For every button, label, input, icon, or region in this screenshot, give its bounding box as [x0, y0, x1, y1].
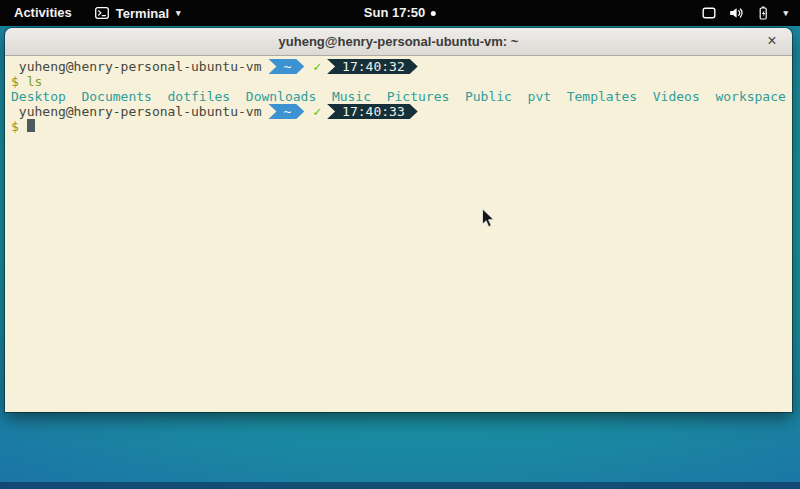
terminal-app-icon	[94, 5, 110, 21]
top-bar: Activities Terminal ▾ Sun 17:50	[0, 0, 800, 26]
prompt-time-segment: 17:40:33	[327, 104, 418, 119]
app-menu[interactable]: Terminal ▾	[86, 0, 189, 26]
clock-button[interactable]: Sun 17:50	[364, 0, 436, 26]
terminal-line: $	[11, 119, 792, 134]
window-title: yuheng@henry-personal-ubuntu-vm: ~	[279, 34, 519, 49]
network-icon	[701, 5, 717, 21]
ls-output: Desktop Documents dotfiles Downloads Mus…	[11, 89, 786, 104]
volume-icon	[728, 5, 744, 21]
prompt-user: yuheng@henry-personal-ubuntu-vm	[11, 104, 261, 119]
success-check-icon: ✓	[313, 104, 321, 119]
chevron-down-icon: ▾	[783, 0, 788, 26]
prompt-path-segment: ~	[268, 104, 304, 119]
activities-button[interactable]: Activities	[0, 0, 86, 26]
terminal-window: yuheng@henry-personal-ubuntu-vm: ~ × yuh…	[5, 28, 792, 412]
clock-label: Sun 17:50	[364, 0, 425, 26]
terminal-screen[interactable]: yuheng@henry-personal-ubuntu-vm~✓17:40:3…	[5, 56, 792, 412]
close-button[interactable]: ×	[761, 28, 783, 55]
terminal-line: yuheng@henry-personal-ubuntu-vm~✓17:40:3…	[11, 104, 792, 119]
block-cursor	[27, 119, 35, 132]
prompt-dollar: $	[11, 119, 27, 134]
app-menu-caret-icon: ▾	[176, 0, 181, 26]
window-titlebar[interactable]: yuheng@henry-personal-ubuntu-vm: ~ ×	[5, 28, 792, 56]
prompt-dollar: $	[11, 74, 27, 89]
command-text: ls	[27, 74, 43, 89]
prompt-path-segment: ~	[268, 59, 304, 74]
success-check-icon: ✓	[313, 59, 321, 74]
terminal-line: Desktop Documents dotfiles Downloads Mus…	[11, 89, 792, 104]
terminal-line: yuheng@henry-personal-ubuntu-vm~✓17:40:3…	[11, 59, 792, 74]
battery-charging-icon	[755, 5, 771, 21]
system-status-area[interactable]: ▾	[701, 0, 794, 26]
terminal-line: $ ls	[11, 74, 792, 89]
app-menu-label: Terminal	[116, 6, 169, 21]
notification-dot	[431, 11, 436, 16]
prompt-user: yuheng@henry-personal-ubuntu-vm	[11, 59, 261, 74]
prompt-time-segment: 17:40:32	[327, 59, 418, 74]
